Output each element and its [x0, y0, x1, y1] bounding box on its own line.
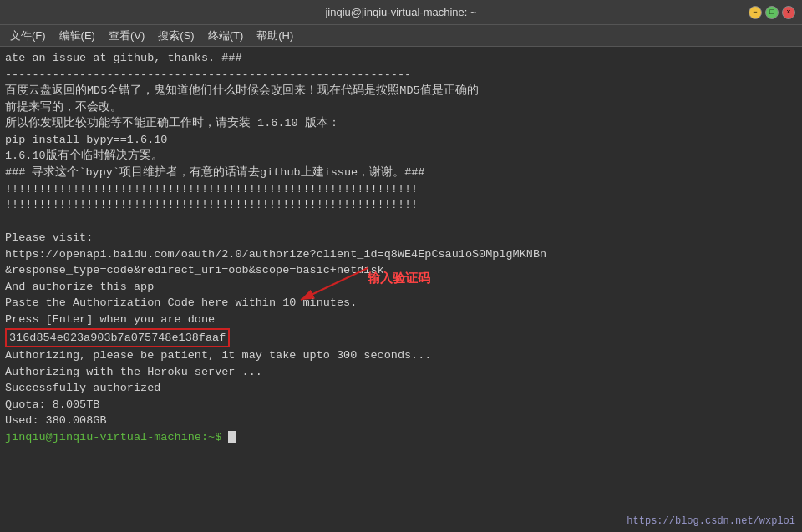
- bottom-link: https://blog.csdn.net/wxploi: [627, 515, 795, 527]
- menu-view[interactable]: 查看(V): [102, 27, 151, 45]
- title-bar: jinqiu@jinqiu-virtual-machine: ~ − □ ×: [0, 0, 802, 25]
- menu-search[interactable]: 搜索(S): [151, 27, 200, 45]
- menu-edit[interactable]: 编辑(E): [53, 27, 102, 45]
- annotation-arrow: [284, 260, 384, 306]
- window-controls: − □ ×: [749, 6, 795, 19]
- close-button[interactable]: ×: [782, 6, 795, 19]
- minimize-button[interactable]: −: [749, 6, 762, 19]
- menu-terminal[interactable]: 终端(T): [201, 27, 251, 45]
- menu-bar: 文件(F) 编辑(E) 查看(V) 搜索(S) 终端(T) 帮助(H): [0, 25, 802, 47]
- menu-file[interactable]: 文件(F): [3, 27, 53, 45]
- maximize-button[interactable]: □: [765, 6, 779, 19]
- window-title: jinqiu@jinqiu-virtual-machine: ~: [325, 6, 476, 18]
- terminal-output: ate an issue at github, thanks. ### ----…: [5, 50, 797, 446]
- menu-help[interactable]: 帮助(H): [250, 27, 300, 45]
- svg-line-1: [301, 268, 368, 300]
- terminal-area[interactable]: ate an issue at github, thanks. ### ----…: [0, 47, 802, 532]
